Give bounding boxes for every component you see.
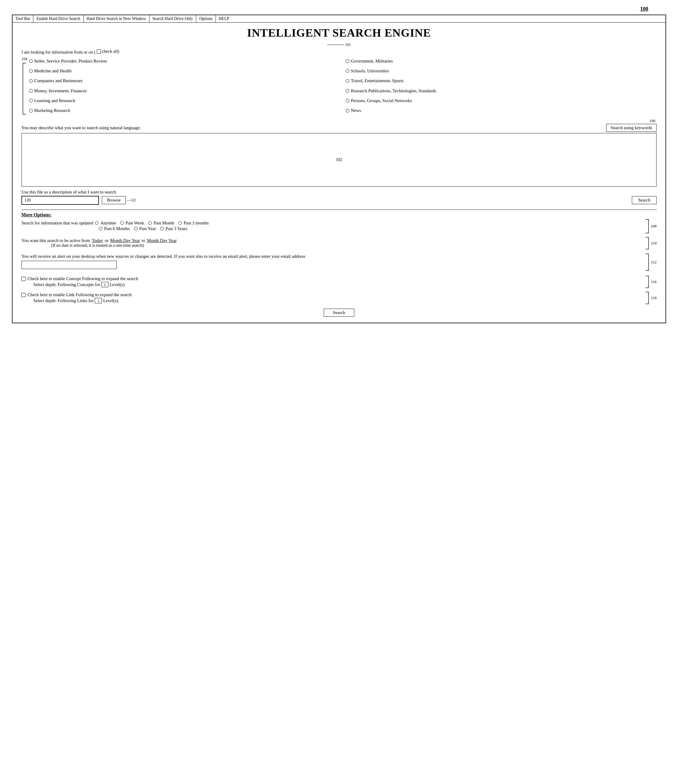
category-news[interactable]: News [346,106,656,115]
radio-persons[interactable] [346,99,349,103]
option-past-week[interactable]: Past Week [120,221,144,226]
label-120: 120 [24,198,31,203]
bracket-110-svg [645,236,650,250]
category-learning[interactable]: Learning and Research [29,96,340,105]
check-all-label: check all) [102,49,119,54]
option-past-month[interactable]: Past Month [148,221,174,226]
radio-schools[interactable] [346,69,349,73]
category-seller[interactable]: Seller, Service Provider, Product Review [29,56,340,66]
email-input[interactable] [22,261,117,269]
link-content: Check here to enable Link Following to e… [22,292,642,303]
label-108: 108 [651,224,657,229]
radio-research-pub[interactable] [346,89,349,93]
link-check-row: Check here to enable Link Following to e… [22,292,642,297]
active-from-label: You want this search to be active from [22,238,90,243]
radio-past-6months[interactable] [99,227,103,230]
radio-news[interactable] [346,109,349,112]
category-research-pub[interactable]: Research Publications, Technologies, Sta… [346,86,656,95]
toolbar-item-options[interactable]: Options [196,15,215,22]
active-from-note-row: (If no date is selected, it is treated a… [22,243,642,248]
toolbar-item-enable-hd[interactable]: Enable Hard Drive Search [33,15,83,22]
active-from-to: to [142,238,145,243]
category-learning-label: Learning and Research [34,98,75,103]
label-104: 104 [22,56,27,61]
category-schools[interactable]: Schools, Universities [346,66,656,76]
check-all-checkbox[interactable] [97,50,101,54]
category-seller-label: Seller, Service Provider, Product Review [34,59,107,64]
radio-companies[interactable] [29,79,33,83]
bracket-112-container: 112 [645,253,656,271]
radio-learning[interactable] [29,99,33,103]
link-check-label: Check here to enable Link Following to e… [27,292,132,297]
concept-level-label: Level(s). [109,282,126,287]
option-past-3years[interactable]: Past 3 Years [160,226,187,231]
bracket-112-svg [645,253,650,271]
category-news-label: News [351,108,361,113]
option-past-6months-label: Past 6 Months [104,226,130,231]
concept-section: Check here to enable Concept Following t… [22,275,656,288]
option-past-week-label: Past Week [126,221,144,226]
label-101-row: 101 [22,42,656,47]
looking-for-text: I am looking for information from or on … [22,50,95,54]
concept-check-label: Check here to enable Concept Following t… [27,276,138,281]
category-government[interactable]: Government, Militaries [346,56,656,66]
category-travel[interactable]: Travel, Entertainment, Sports [346,76,656,86]
concept-checkbox[interactable] [22,277,26,281]
category-money-label: Money, Investment, Finances [34,89,87,93]
browse-button[interactable]: Browse [102,196,126,204]
radio-past-3months[interactable] [178,221,182,225]
category-persons-label: Persons, Groups, Social Networks [351,98,412,103]
link-depth-input[interactable]: 1 [95,298,102,303]
radio-government[interactable] [346,59,349,63]
email-input-row [22,261,642,270]
updated-content: Search for information that was updated … [22,221,642,232]
looking-for-row: I am looking for information from or on … [22,49,656,55]
option-anytime[interactable]: Anytime [95,221,116,226]
file-input-box[interactable]: 120 [22,196,99,205]
category-marketing-label: Marketing Research [34,108,70,113]
category-marketing[interactable]: Marketing Research [29,106,340,115]
category-medicine[interactable]: Medicine and Health [29,66,340,76]
radio-medicine[interactable] [29,69,33,73]
updated-section: Search for information that was updated … [22,219,656,234]
active-from-today[interactable]: Today [92,238,103,243]
search-button-bottom[interactable]: Search [324,309,354,317]
toolbar-item-toolbar[interactable]: Tool Bar [12,15,33,22]
label-102: 102 [336,157,342,162]
active-from-month-day-year-start[interactable]: Month Day Year [110,238,140,243]
concept-depth-input[interactable]: 1 [101,282,108,287]
category-persons[interactable]: Persons, Groups, Social Networks [346,96,656,105]
divider-1 [22,210,656,210]
radio-past-year[interactable] [134,227,137,230]
option-past-year[interactable]: Past Year [134,226,156,231]
categories-section: 104 Seller, Service Provider, Product Re… [22,56,656,115]
category-companies-label: Companies and Businesses [34,78,83,83]
toolbar-item-search-hd-only[interactable]: Search Hard Drive Only [150,15,196,22]
category-money[interactable]: Money, Investment, Finances [29,86,340,95]
category-companies[interactable]: Companies and Businesses [29,76,340,86]
concept-check-row: Check here to enable Concept Following t… [22,276,642,281]
toolbar-item-help[interactable]: HELP [216,15,232,22]
active-from-month-day-year-end[interactable]: Month Day Year [147,238,177,243]
bracket-110-container: 110 [645,236,656,250]
radio-past-week[interactable] [120,221,124,225]
search-keywords-button[interactable]: Search using keywords [606,124,656,132]
natural-lang-row: You may describe what you want to search… [22,124,656,132]
radio-past-month[interactable] [148,221,152,225]
bracket-118-svg [645,291,650,305]
radio-money[interactable] [29,89,33,93]
option-past-3months[interactable]: Past 3 months [178,221,209,226]
bracket-116-container: 116 [645,275,656,288]
search-text-area[interactable]: 102 [22,133,656,187]
link-checkbox[interactable] [22,293,26,297]
toolbar-item-hd-new-window[interactable]: Hard Drive Search in New Window [84,15,150,22]
radio-marketing[interactable] [29,109,33,112]
radio-seller[interactable] [29,59,33,63]
option-past-3years-label: Past 3 Years [165,226,187,231]
search-button-right[interactable]: Search [632,196,656,204]
natural-lang-label: You may describe what you want to search… [22,125,141,131]
radio-anytime[interactable] [95,221,98,225]
option-past-6months[interactable]: Past 6 Months [99,226,130,231]
radio-travel[interactable] [346,79,349,83]
radio-past-3years[interactable] [160,227,164,230]
